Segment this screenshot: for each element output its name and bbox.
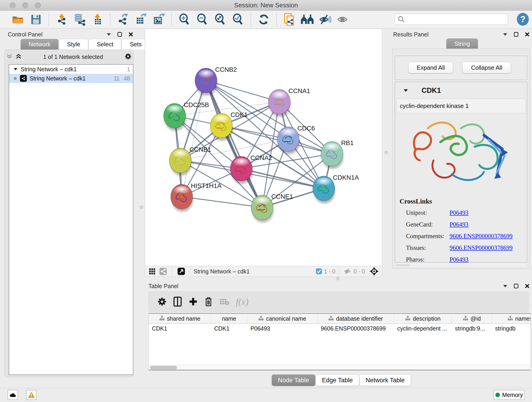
new-network-from-selection-button[interactable] [282, 13, 297, 26]
table-cell[interactable]: 9606.ENSP00000378699 [317, 325, 394, 332]
open-session-button[interactable] [11, 13, 25, 26]
export-network-button[interactable] [116, 13, 130, 26]
warning-button[interactable] [26, 390, 37, 400]
network-node-CCNA2[interactable]: CCNA2 [230, 154, 272, 184]
table-cell[interactable]: cyclin-dependent ... [394, 325, 452, 332]
first-neighbors-button[interactable] [300, 13, 314, 26]
edge-CCNE1-HIST1H1A[interactable] [182, 197, 262, 207]
tab-node-table[interactable]: Node Table [272, 375, 315, 386]
detach-view-icon[interactable] [177, 268, 185, 275]
tab-string-results[interactable]: String [446, 38, 478, 49]
right-splitter-handle[interactable] [385, 151, 388, 154]
table-options-gear-icon[interactable] [157, 297, 167, 306]
hidden-eye-slash-icon[interactable] [344, 268, 352, 274]
show-all-button[interactable] [336, 13, 350, 26]
table-cell[interactable]: stringdb:9... [452, 325, 492, 332]
minimize-window-button[interactable] [22, 2, 28, 8]
help-button[interactable]: ? [517, 13, 529, 26]
import-table-file-button[interactable] [90, 13, 104, 26]
panel-menu-icon[interactable] [106, 32, 111, 36]
crosslink-link[interactable]: P06493 [450, 221, 469, 228]
column-header-namespace[interactable]: namespace [492, 314, 531, 323]
tab-edge-table[interactable]: Edge Table [316, 375, 359, 386]
export-table-button[interactable] [134, 13, 148, 26]
save-session-button[interactable] [29, 13, 43, 26]
memory-button[interactable]: Memory [494, 390, 525, 400]
column-header-description[interactable]: description [394, 314, 452, 323]
protein-collapse-caret[interactable] [403, 89, 408, 92]
collapse-all-button[interactable]: Collapse All [462, 62, 511, 73]
search-input[interactable] [406, 15, 508, 24]
maximize-window-button[interactable] [35, 2, 41, 8]
network-node-RB1[interactable]: RB1 [321, 139, 354, 169]
crosslink-link[interactable]: P06493 [450, 256, 469, 263]
expand-all-button[interactable]: Expand All [408, 62, 453, 73]
crosslink-link[interactable]: 9606.ENSP00000378699 [450, 233, 513, 240]
table-cell[interactable]: stringdb [492, 325, 531, 332]
collapse-all-networks-icon[interactable] [6, 54, 12, 60]
column-header-database-identifier[interactable]: database identifier [317, 314, 394, 323]
table-menu-icon[interactable] [503, 284, 508, 288]
table-close-icon[interactable] [525, 283, 530, 288]
column-header-name[interactable]: name [211, 314, 247, 323]
bottom-splitter-handle[interactable] [336, 277, 340, 280]
table-cell[interactable]: CDK1 [211, 325, 247, 332]
expand-all-networks-icon[interactable] [16, 54, 22, 60]
tab-network[interactable]: Network [21, 39, 58, 50]
results-close-icon[interactable] [525, 32, 530, 37]
network-options-gear-icon[interactable] [125, 53, 132, 61]
table-row[interactable]: CDK1CDK1P064939606.ENSP00000378699cyclin… [149, 324, 530, 333]
network-view-type-icon[interactable] [159, 268, 167, 275]
crosslink-link[interactable]: P06493 [450, 209, 469, 216]
float-panel-icon[interactable] [117, 32, 122, 37]
network-row-selected[interactable]: String Network – cdk1 11 48 [9, 74, 133, 83]
network-node-HIST1H1A[interactable]: HIST1H1A [171, 182, 222, 212]
close-window-button[interactable] [10, 2, 16, 8]
close-panel-icon[interactable] [128, 32, 133, 37]
edge-CCNB2-HIST1H1A[interactable] [182, 80, 206, 197]
network-collection-row[interactable]: String Network – cdk1 1 [9, 65, 133, 74]
network-graph[interactable]: CCNB2CCNA1CDC25BCDK1CDC6RB1CCNB1CCNA2CDK… [145, 29, 382, 265]
column-header-@id[interactable]: @id [452, 314, 492, 323]
table-hscrollbar[interactable] [148, 365, 531, 370]
column-header-canonical-name[interactable]: canonical name [247, 314, 317, 323]
zoom-in-button[interactable] [177, 13, 191, 26]
table-cell[interactable]: P06493 [247, 325, 317, 332]
cloud-button[interactable] [7, 390, 18, 400]
hide-selected-button[interactable] [318, 13, 332, 26]
column-header-shared-name[interactable]: shared name [149, 314, 211, 323]
results-menu-icon[interactable] [503, 32, 508, 36]
delete-column-icon[interactable] [204, 297, 213, 307]
left-splitter-handle[interactable] [140, 205, 143, 209]
export-image-button[interactable] [152, 13, 166, 26]
apply-layout-button[interactable] [257, 13, 271, 26]
network-node-CDC6[interactable]: CDC6 [277, 125, 315, 154]
zoom-fit-button[interactable] [213, 13, 227, 26]
import-network-file-button[interactable] [55, 13, 69, 26]
network-node-CDK1[interactable]: CDK1 [210, 111, 248, 141]
table-float-icon[interactable] [514, 283, 519, 288]
tab-select[interactable]: Select [89, 39, 121, 50]
edge-CDK1-RB1[interactable] [221, 126, 332, 154]
network-node-CDKN1A[interactable]: CDKN1A [313, 174, 359, 204]
create-column-icon[interactable] [189, 297, 198, 306]
zoom-selected-button[interactable] [231, 13, 245, 26]
network-node-CDC25B[interactable]: CDC25B [164, 101, 209, 131]
network-node-CCNB1[interactable]: CCNB1 [169, 146, 211, 176]
show-column-icon[interactable] [173, 297, 182, 307]
import-network-database-button[interactable] [72, 13, 87, 26]
tab-style[interactable]: Style [59, 39, 88, 50]
network-node-CCNE1[interactable]: CCNE1 [251, 193, 293, 223]
crosslink-link[interactable]: 9606.ENSP00000378699 [450, 244, 513, 251]
grid-mode-icon[interactable] [149, 268, 156, 275]
zoom-out-button[interactable] [195, 13, 209, 26]
network-node-CCNA1[interactable]: CCNA1 [268, 87, 310, 117]
collection-expand-caret[interactable] [13, 68, 18, 71]
results-hscrollbar[interactable] [396, 264, 526, 267]
results-float-icon[interactable] [514, 32, 519, 37]
protein-header[interactable]: CDK1 [403, 85, 522, 96]
tab-network-table[interactable]: Network Table [360, 375, 411, 386]
network-node-CCNB2[interactable]: CCNB2 [195, 66, 237, 96]
birds-eye-crosshair-icon[interactable] [370, 267, 379, 276]
table-cell[interactable]: CDK1 [149, 325, 211, 332]
